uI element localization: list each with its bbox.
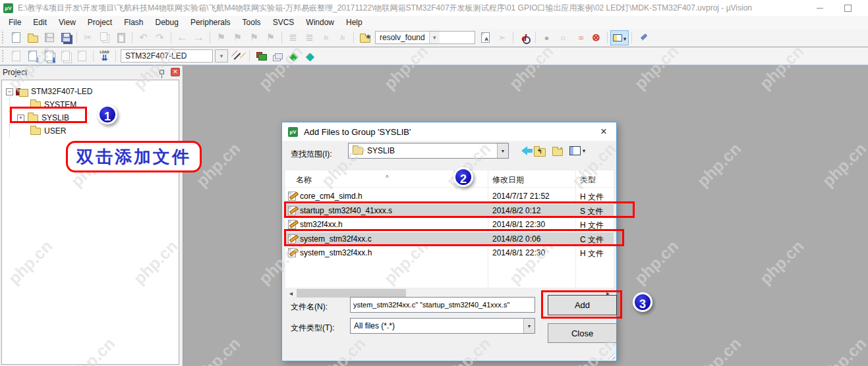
save-all-icon[interactable] (58, 30, 73, 45)
chevron-down-icon[interactable] (497, 144, 508, 158)
new-file-icon[interactable] (9, 30, 24, 45)
watermark-text: php.cn (756, 236, 807, 288)
tree-item-target[interactable]: STM32F407-LED (2, 85, 179, 98)
start-debug-session-icon[interactable] (517, 30, 532, 45)
insert-sequence-icon[interactable] (286, 49, 301, 64)
file-row[interactable]: core_cm4_simd.h2014/7/17 21:52H 文件 (285, 190, 614, 203)
chevron-down-icon[interactable] (623, 32, 627, 43)
close-panel-icon[interactable] (171, 68, 180, 76)
tree-item-system[interactable]: SYSTEM (2, 98, 179, 111)
file-icon (288, 248, 296, 257)
file-row[interactable]: startup_stm32f40_41xxx.s2014/8/2 0:12S 文… (285, 204, 614, 218)
manage-books-icon[interactable] (270, 49, 285, 64)
up-one-level-icon[interactable] (533, 144, 547, 157)
bookmark-clear-icon[interactable] (263, 30, 278, 45)
unindent-icon[interactable] (285, 30, 301, 45)
file-row[interactable]: system_stm32f4xx.h2014/8/1 22:30H 文件 (285, 246, 614, 260)
find-text-combobox[interactable]: resolv_found (375, 31, 475, 44)
tree-item-syslib[interactable]: SYSLIB (2, 111, 179, 124)
navigate-forward-icon[interactable] (191, 30, 206, 45)
translate-file-icon[interactable] (9, 49, 24, 64)
dialog-close-icon[interactable] (591, 122, 616, 141)
cut-icon[interactable] (80, 30, 96, 45)
resize-grip[interactable] (606, 351, 615, 359)
menu-item-help[interactable]: Help (340, 16, 368, 29)
menu-item-file[interactable]: File (3, 16, 27, 29)
comment-icon[interactable] (318, 30, 333, 45)
configuration-wrench-icon[interactable] (635, 30, 651, 45)
menu-item-window[interactable]: Window (300, 16, 340, 29)
bookmark-next-icon[interactable] (246, 30, 262, 45)
file-row[interactable]: stm32f4xx.h2014/8/1 22:30H 文件 (285, 218, 614, 232)
dialog-title-bar[interactable]: Add Files to Group 'SYSLIB' (282, 122, 616, 141)
manage-components-icon[interactable] (253, 49, 268, 64)
rebuild-all-icon[interactable] (42, 49, 57, 64)
menu-item-svcs[interactable]: SVCS (267, 16, 301, 29)
close-button[interactable]: Close (548, 323, 617, 343)
scroll-left-icon[interactable] (285, 288, 297, 298)
bookmark-prev-icon[interactable] (230, 30, 245, 45)
collapse-icon[interactable] (6, 88, 13, 95)
open-folder-icon[interactable] (25, 30, 40, 45)
breakpoint-kill-all-icon[interactable] (589, 30, 604, 45)
tree-item-user[interactable]: USER (2, 124, 179, 138)
toolbar-grip[interactable] (2, 32, 5, 43)
menu-item-edit[interactable]: Edit (27, 16, 53, 29)
bookmark-toggle-icon[interactable] (214, 30, 229, 45)
menu-item-peripherals[interactable]: Peripherals (185, 16, 237, 29)
file-icon (288, 234, 296, 244)
maximize-button[interactable] (836, 0, 859, 16)
column-header-type[interactable]: 类型 (580, 174, 596, 186)
back-icon[interactable] (515, 144, 529, 157)
target-select[interactable]: STM32F407-LED (121, 49, 213, 63)
view-menu-dropdown-icon[interactable] (580, 144, 588, 157)
column-header-date[interactable]: 修改日期 (492, 174, 524, 186)
breakpoint-insert-icon[interactable] (539, 30, 554, 45)
chevron-down-icon[interactable] (523, 319, 535, 333)
paste-icon[interactable] (113, 30, 129, 45)
menu-item-debug[interactable]: Debug (150, 16, 185, 29)
file-type-combobox[interactable]: All files (*.*) (350, 318, 535, 334)
add-button[interactable]: Add (548, 295, 617, 315)
goto-reference-icon[interactable] (494, 30, 509, 45)
file-date: 2014/8/1 22:30 (492, 248, 545, 257)
copy-icon[interactable] (97, 30, 112, 45)
breakpoint-enable-icon[interactable] (556, 30, 571, 45)
menu-item-tools[interactable]: Tools (237, 16, 267, 29)
new-folder-icon[interactable] (550, 144, 565, 157)
undo-icon[interactable] (136, 30, 151, 45)
find-in-files-icon[interactable] (357, 30, 372, 45)
look-in-combobox[interactable]: SYSLIB (348, 143, 509, 159)
file-icon (288, 192, 296, 201)
build-target-icon[interactable] (25, 49, 40, 64)
toolbar-grip[interactable] (2, 50, 5, 62)
target-options-wand-icon[interactable] (231, 49, 246, 64)
stop-build-icon[interactable] (74, 49, 90, 64)
target-select-dropdown-icon[interactable] (215, 49, 228, 63)
project-panel: Project STM32F407-LED SYSTEM SYSLIB (0, 66, 183, 366)
menu-item-project[interactable]: Project (82, 16, 118, 29)
find-next-icon[interactable] (478, 30, 493, 45)
expand-icon[interactable] (17, 115, 24, 122)
annotation-badge-2: 2 (453, 167, 473, 187)
menu-item-flash[interactable]: Flash (118, 16, 149, 29)
chevron-down-icon[interactable] (429, 32, 440, 43)
file-row[interactable]: system_stm32f4xx.c2014/8/2 0:06C 文件 (285, 232, 614, 246)
download-load-icon[interactable] (97, 49, 112, 64)
uncomment-icon[interactable] (335, 30, 350, 45)
column-header-name[interactable]: 名称 (296, 174, 312, 186)
navigate-back-icon[interactable] (175, 30, 190, 45)
menu-item-view[interactable]: View (53, 16, 82, 29)
breakpoint-disable-all-icon[interactable] (572, 30, 587, 45)
indent-icon[interactable] (302, 30, 317, 45)
redo-icon[interactable] (152, 30, 167, 45)
minimize-button[interactable] (809, 0, 831, 16)
file-type: H 文件 (580, 220, 604, 231)
save-icon[interactable] (42, 30, 57, 45)
file-name-input[interactable]: ystem_stm32f4xx.c" "startup_stm32f40_41x… (350, 297, 535, 313)
pin-icon[interactable] (159, 70, 164, 74)
batch-build-icon[interactable] (58, 49, 73, 64)
debug-layout-button[interactable] (610, 30, 629, 45)
config-flash-tools-icon[interactable] (303, 49, 318, 64)
file-name: core_cm4_simd.h (300, 192, 362, 201)
